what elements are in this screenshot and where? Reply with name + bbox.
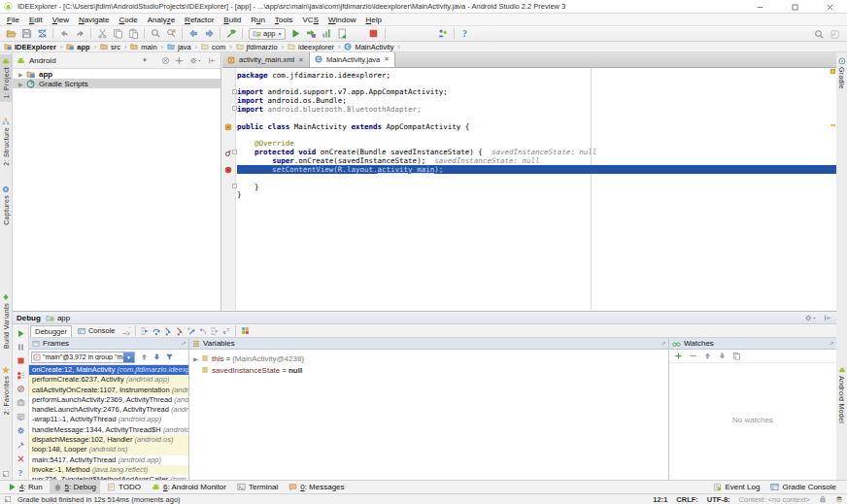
fold-marker[interactable]: - bbox=[232, 184, 237, 188]
expand-arrow-icon[interactable]: ▶ bbox=[18, 71, 26, 78]
editor-tab-activity_main.xml[interactable]: activity_main.xml✕ bbox=[222, 52, 310, 67]
toolbar-sync-button[interactable] bbox=[37, 28, 48, 40]
fold-marker[interactable]: - bbox=[232, 150, 237, 154]
frames-arrow-up-gray-button[interactable] bbox=[140, 353, 149, 361]
breadcrumb-main[interactable]: main bbox=[130, 43, 156, 51]
project-gear-dd-button[interactable] bbox=[188, 55, 203, 64]
breadcrumb-app[interactable]: app bbox=[66, 43, 89, 51]
class-mark-icon[interactable] bbox=[224, 122, 232, 131]
code-line[interactable]: super.onCreate(savedInstanceState); save… bbox=[237, 156, 836, 165]
toolbar-coverage-button[interactable] bbox=[337, 28, 348, 40]
warning-stripe-mark[interactable] bbox=[830, 124, 835, 126]
fold-marker[interactable]: - bbox=[232, 89, 237, 94]
maximize-button[interactable] bbox=[777, 0, 812, 14]
code-line[interactable] bbox=[237, 79, 836, 87]
watches-minus-gray-button[interactable] bbox=[689, 352, 697, 360]
code-line[interactable]: } bbox=[237, 183, 836, 191]
status-message[interactable]: Gradle build finished in 12s 514ms (mome… bbox=[17, 495, 181, 504]
menu-tools[interactable]: Tools bbox=[270, 16, 298, 24]
toolbutton-5-debug[interactable]: 5: Debug bbox=[50, 481, 100, 493]
expand-arrow-icon[interactable]: ▶ bbox=[18, 81, 26, 87]
code-line[interactable]: import android.bluetooth.BluetoothAdapte… bbox=[237, 105, 836, 114]
variable-row[interactable]: savedInstanceState=null bbox=[189, 364, 668, 376]
pin-icon[interactable]: -* bbox=[661, 341, 665, 347]
toolbutton-0-messages[interactable]: 0: Messages bbox=[285, 481, 348, 493]
toolbar-avd-manager-button[interactable] bbox=[390, 28, 401, 40]
drop-frame-button[interactable] bbox=[197, 325, 209, 337]
toolbar-redo-button[interactable] bbox=[75, 28, 85, 40]
menu-file[interactable]: File bbox=[2, 16, 24, 24]
toolbutton-todo[interactable]: TODO bbox=[103, 481, 145, 493]
close-tab-icon[interactable]: ✕ bbox=[384, 55, 390, 63]
watches-copy-dup-button[interactable] bbox=[732, 352, 741, 360]
code-line[interactable]: setContentView(R.layout.activity_main); bbox=[237, 165, 836, 174]
close-button[interactable] bbox=[812, 0, 847, 14]
stack-frame[interactable]: -wrap11:-1, ActivityThread (android.app) bbox=[29, 415, 188, 424]
menu-navigate[interactable]: Navigate bbox=[74, 16, 115, 24]
breakpoint-icon[interactable] bbox=[224, 165, 232, 174]
mute-breakpoints-button[interactable] bbox=[16, 384, 26, 395]
stack-frame[interactable]: performCreate:6237, Activity (android.ap… bbox=[29, 375, 188, 385]
toolbar-hammer-button[interactable] bbox=[226, 28, 237, 40]
debug-tab-console[interactable]: Console bbox=[74, 325, 119, 337]
gear-blue-button[interactable] bbox=[16, 425, 26, 437]
menu-code[interactable]: Code bbox=[115, 16, 143, 24]
stripe-button-gradle[interactable]: Gradle bbox=[836, 54, 847, 92]
context-indicator[interactable]: Context: <no context> bbox=[739, 495, 810, 504]
code-line[interactable] bbox=[237, 174, 836, 183]
project-collapse-all-button[interactable] bbox=[161, 55, 170, 64]
error-stripe[interactable] bbox=[830, 68, 836, 310]
pause-button[interactable] bbox=[16, 342, 26, 353]
toolbutton-terminal[interactable]: Terminal bbox=[233, 481, 282, 493]
stripe-button-2-favorites[interactable]: 2: Favorites bbox=[0, 363, 12, 418]
stack-frame[interactable]: dispatchMessage:102, Handler (android.os… bbox=[29, 435, 188, 445]
toolbar-replace-button[interactable] bbox=[166, 28, 177, 40]
variable-row[interactable]: ▶this={MainActivity@4238} bbox=[189, 353, 668, 364]
code-line[interactable]: @Override bbox=[237, 139, 836, 148]
run-to-cursor-button[interactable] bbox=[209, 325, 220, 337]
chevron-down-icon[interactable]: ▼ bbox=[142, 57, 148, 63]
toolbar-settings-gray-button[interactable] bbox=[830, 28, 840, 40]
stack-frame[interactable]: onCreate:12, MainActivity (com.jfdimarzi… bbox=[29, 365, 188, 375]
menu-edit[interactable]: Edit bbox=[24, 16, 48, 24]
toolbar-sdk-manager-button[interactable] bbox=[406, 28, 417, 40]
breadcrumb-com[interactable]: com bbox=[201, 43, 225, 51]
stack-frame[interactable]: callActivityOnCreate:1107, Instrumentati… bbox=[29, 386, 188, 395]
pin-output-button[interactable] bbox=[120, 325, 132, 337]
stripe-button-captures[interactable]: Captures bbox=[0, 183, 12, 228]
menu-vcs[interactable]: VCS bbox=[298, 16, 323, 24]
code-line[interactable]: public class MainActivity extends AppCom… bbox=[237, 122, 836, 131]
run-configuration-dropdown[interactable]: app▾ bbox=[249, 28, 286, 40]
breadcrumb-MainActivity[interactable]: MainActivity bbox=[344, 43, 393, 51]
menu-analyze[interactable]: Analyze bbox=[143, 16, 180, 24]
watches-plus-green-button[interactable] bbox=[674, 352, 683, 360]
toggle-tool-buttons-icon[interactable] bbox=[4, 495, 12, 503]
debug-tab-debugger[interactable]: Debugger bbox=[30, 325, 72, 337]
toolbar-attach-debugger-button[interactable] bbox=[353, 28, 363, 40]
tree-node-gradle-scripts[interactable]: ▶Gradle Scripts bbox=[13, 79, 220, 88]
layout-grid-button[interactable] bbox=[239, 325, 251, 337]
step-out-button[interactable] bbox=[186, 325, 197, 337]
toolbar-ddms-button[interactable] bbox=[437, 28, 448, 40]
line-separator[interactable]: CRLF: bbox=[676, 495, 698, 504]
toolbar-search-button[interactable] bbox=[814, 28, 825, 40]
caret-position[interactable]: 12:1 bbox=[653, 495, 667, 504]
toolbar-profile-button[interactable] bbox=[322, 28, 332, 40]
stripe-corner[interactable] bbox=[2, 469, 10, 478]
thread-dropdown-button[interactable]: ▼ bbox=[123, 353, 134, 362]
toolbar-stop-button[interactable] bbox=[368, 28, 379, 40]
code-line[interactable]: } bbox=[237, 190, 836, 199]
toolbar-find-button[interactable] bbox=[151, 28, 161, 40]
override-mark-icon[interactable] bbox=[224, 149, 232, 157]
code-line[interactable]: package com.jfdimarzio.ideexplorer; bbox=[237, 71, 836, 80]
breadcrumb-jfdimarzio[interactable]: jfdimarzio bbox=[236, 43, 278, 51]
force-step-into-button[interactable] bbox=[174, 325, 186, 337]
code-line[interactable] bbox=[237, 130, 836, 139]
project-hide-panel-button[interactable] bbox=[208, 55, 217, 64]
menu-build[interactable]: Build bbox=[219, 16, 246, 24]
breadcrumb-ideexplorer[interactable]: ideexplorer bbox=[288, 43, 334, 51]
camera-button[interactable] bbox=[16, 397, 26, 409]
fold-marker[interactable]: - bbox=[232, 106, 237, 111]
menu-refactor[interactable]: Refactor bbox=[180, 16, 219, 24]
step-into-button[interactable] bbox=[162, 325, 174, 337]
